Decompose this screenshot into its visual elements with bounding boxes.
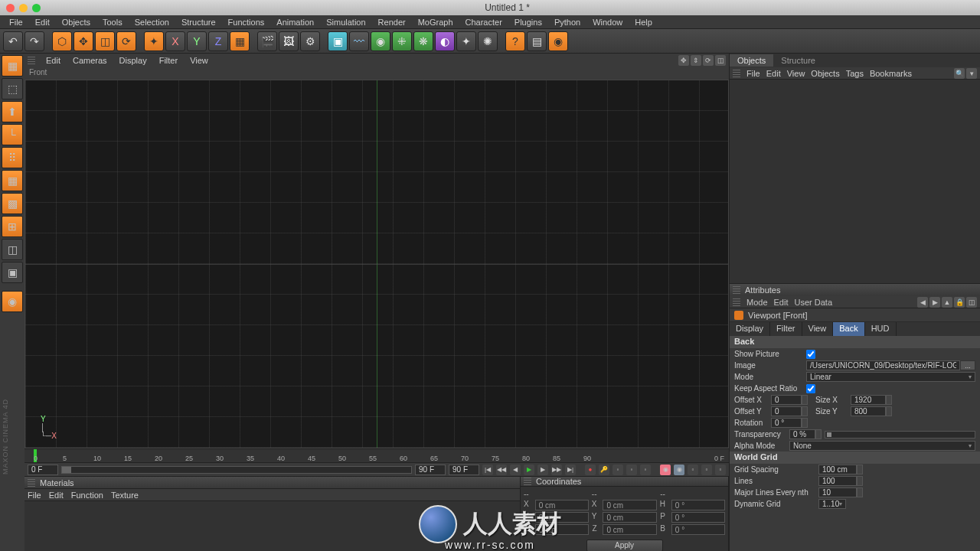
coord-size-y[interactable] [603,512,656,523]
deformer-button[interactable]: ❋ [413,31,433,51]
grid-major-input[interactable] [818,487,857,497]
vp-pan-icon[interactable]: ✥ [678,55,689,66]
next-key-button[interactable]: ▶▶ [551,465,562,475]
rotation-input[interactable] [771,418,802,428]
undo-button[interactable]: ↶ [3,31,23,51]
key-pos-button[interactable]: ◦ [612,465,623,475]
grid-lines-input[interactable] [818,476,857,486]
menu-animation[interactable]: Animation [270,16,320,28]
menu-tools[interactable]: Tools [96,16,129,28]
prev-frame-button[interactable]: ◀ [510,465,521,475]
attr-new-icon[interactable]: ◫ [966,297,977,308]
light-button[interactable]: ✺ [478,31,498,51]
menu-selection[interactable]: Selection [129,16,175,28]
attr-menu-mode[interactable]: Mode [746,298,768,307]
attr-tab-view[interactable]: View [802,322,834,336]
grid-spacing-input[interactable] [818,465,857,474]
coord-rot-b[interactable] [671,524,725,535]
objects-tab[interactable]: Objects [730,54,773,67]
prev-key-button[interactable]: ◀◀ [496,465,507,475]
key-pla-button[interactable]: ◉ [674,465,684,475]
obj-menu-tags[interactable]: Tags [846,69,864,78]
menu-structure[interactable]: Structure [175,16,222,28]
menu-edit[interactable]: Edit [29,16,56,28]
key-opt2-button[interactable]: ▫ [701,465,712,475]
menu-render[interactable]: Render [372,16,412,28]
vp-toggle-icon[interactable]: ◫ [715,55,726,66]
array-button[interactable]: ⁜ [392,31,412,51]
attr-back-icon[interactable]: ◀ [917,297,928,308]
key-scale-button[interactable]: ◦ [626,465,637,475]
edge-mode-button[interactable]: ▦ [2,170,23,191]
show-picture-checkbox[interactable] [806,350,815,359]
coord-pos-x[interactable] [535,500,589,510]
size-x-input[interactable] [851,395,886,405]
play-button[interactable]: ▶ [524,465,534,475]
menu-character[interactable]: Character [459,16,508,28]
last-tool[interactable]: ✦ [144,31,164,51]
vp-zoom-icon[interactable]: ⇕ [691,55,701,66]
dynamic-grid-combo[interactable]: 1..10 [818,499,846,509]
primitive-cube-button[interactable]: ▣ [328,31,348,51]
attr-lock-icon[interactable]: 🔒 [954,297,965,308]
apply-button[interactable]: Apply [586,540,663,551]
object-tree[interactable] [730,80,980,283]
snap-button[interactable]: ▣ [2,262,23,283]
zoom-icon[interactable] [32,4,41,12]
timeline-scrollbar[interactable] [61,466,412,474]
frame-start-input[interactable] [28,465,58,475]
frame-end-input[interactable] [415,465,446,475]
mode-combo[interactable]: Linear [806,372,975,382]
menu-functions[interactable]: Functions [222,16,271,28]
vmenu-display[interactable]: Display [113,54,153,67]
vp-rotate-icon[interactable]: ⟳ [703,55,714,66]
coord-size-z[interactable] [603,524,656,535]
vmenu-cameras[interactable]: Cameras [67,54,113,67]
attr-menu-edit[interactable]: Edit [774,298,789,307]
frame-current-input[interactable] [449,465,479,475]
obj-filter-icon[interactable]: ▾ [966,68,977,79]
polygon-mode-button[interactable]: ▩ [2,193,23,214]
menu-mograph[interactable]: MoGraph [412,16,459,28]
help-button[interactable]: ? [505,31,525,51]
menu-simulation[interactable]: Simulation [320,16,371,28]
materials-body[interactable] [24,501,520,551]
attr-tab-display[interactable]: Display [730,322,770,336]
mat-menu-function[interactable]: Function [71,491,103,500]
attr-menu-userdata[interactable]: User Data [795,298,833,307]
vmenu-edit[interactable]: Edit [40,54,67,67]
camera-button[interactable]: ✦ [456,31,476,51]
record-button[interactable]: ● [585,465,596,475]
key-param-button[interactable]: ◉ [660,465,671,475]
attr-tab-filter[interactable]: Filter [770,322,802,336]
spline-button[interactable]: 〰 [349,31,369,51]
menu-window[interactable]: Window [586,16,629,28]
scale-tool[interactable]: ◫ [95,31,115,51]
coordinates-tab[interactable]: Coordinates [521,477,728,487]
key-rot-button[interactable]: ◦ [640,465,651,475]
offset-y-input[interactable] [771,406,802,416]
nurbs-button[interactable]: ◉ [371,31,390,51]
image-path-input[interactable] [806,360,960,370]
image-browse-button[interactable]: ... [960,360,975,370]
content-browser-button[interactable]: ▤ [527,31,547,51]
coord-system[interactable]: ▦ [230,31,250,51]
axis-x-lock[interactable]: X [165,31,185,51]
environment-button[interactable]: ◐ [435,31,455,51]
materials-tab[interactable]: Materials [24,477,520,489]
attr-tab-back[interactable]: Back [833,322,864,336]
transparency-input[interactable] [789,429,815,439]
coord-pos-y[interactable] [535,512,589,523]
coord-rot-h[interactable] [671,500,725,510]
menu-objects[interactable]: Objects [56,16,96,28]
obj-menu-view[interactable]: View [787,69,805,78]
stop-button[interactable]: ◉ [548,31,568,51]
axis-z-lock[interactable]: Z [208,31,228,51]
coord-rot-p[interactable] [671,512,725,523]
point-mode-button[interactable]: ⠿ [2,147,23,168]
next-frame-button[interactable]: ▶ [537,465,548,475]
obj-search-icon[interactable]: 🔍 [954,68,965,79]
render-picture-button[interactable]: 🖼 [279,31,299,51]
autokey-button[interactable]: 🔑 [599,465,609,475]
timeline-ruler[interactable]: 0 5 10 15 20 25 30 35 40 45 50 55 60 65 … [24,448,729,462]
